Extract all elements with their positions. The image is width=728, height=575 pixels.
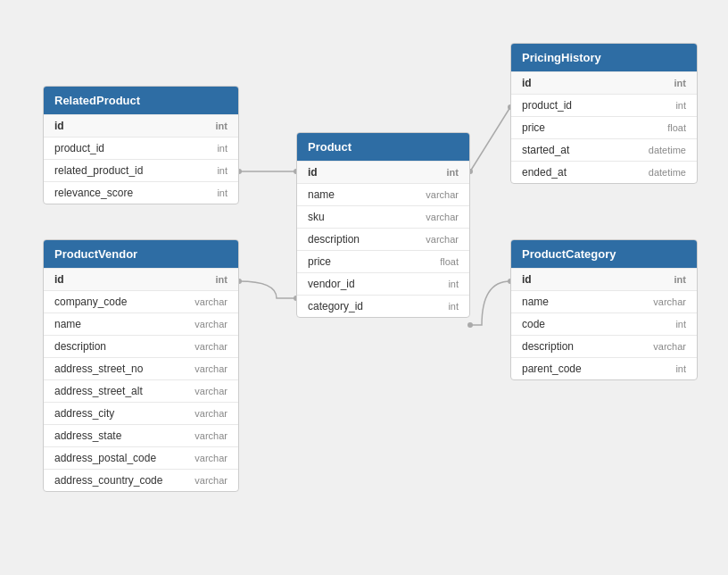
col-type: varchar	[194, 319, 228, 329]
table-row: name varchar	[511, 290, 697, 312]
table-row: address_state varchar	[44, 424, 238, 446]
col-name: address_street_alt	[54, 385, 143, 397]
col-type: int	[674, 78, 686, 88]
col-name: sku	[308, 211, 325, 223]
col-name: price	[308, 255, 331, 268]
table-row: price float	[297, 250, 469, 272]
col-type: int	[674, 274, 686, 285]
table-row: description varchar	[44, 335, 238, 357]
table-row: address_city varchar	[44, 402, 238, 424]
col-name: id	[54, 120, 64, 132]
col-type: int	[448, 279, 459, 289]
col-type: datetime	[649, 167, 686, 178]
table-row: address_street_no varchar	[44, 357, 238, 379]
col-name: price	[522, 121, 545, 134]
col-name: address_street_no	[54, 362, 143, 375]
col-name: relevance_score	[54, 187, 133, 199]
col-name: address_postal_code	[54, 452, 156, 464]
col-type: int	[217, 188, 228, 198]
table-row: category_id int	[297, 295, 469, 317]
table-row: sku varchar	[297, 205, 469, 228]
table-row: vendor_id int	[297, 272, 469, 295]
table-pricinghistory[interactable]: PricingHistory id int product_id int pri…	[510, 43, 698, 184]
table-row: address_postal_code varchar	[44, 446, 238, 469]
col-type: varchar	[194, 386, 228, 396]
col-type: float	[667, 122, 686, 133]
table-row: id int	[511, 71, 697, 94]
col-type: float	[440, 256, 459, 267]
table-product-header: Product	[297, 133, 469, 161]
table-row: product_id int	[511, 94, 697, 116]
col-type: int	[217, 165, 228, 176]
table-row: parent_code int	[511, 357, 697, 379]
col-name: id	[522, 273, 532, 286]
table-relatedproduct[interactable]: RelatedProduct id int product_id int rel…	[43, 86, 239, 204]
col-name: name	[54, 318, 81, 330]
col-name: description	[522, 340, 574, 353]
table-row: related_product_id int	[44, 159, 238, 181]
col-type: varchar	[194, 296, 228, 307]
col-name: product_id	[54, 142, 104, 154]
col-type: varchar	[194, 363, 228, 374]
table-row: description varchar	[511, 335, 697, 357]
col-type: varchar	[194, 408, 228, 419]
table-product[interactable]: Product id int name varchar sku varchar …	[296, 132, 470, 318]
col-name: category_id	[308, 300, 363, 312]
col-name: address_state	[54, 429, 121, 442]
table-row: id int	[297, 161, 469, 183]
col-type: int	[217, 143, 228, 154]
table-row: id int	[44, 268, 238, 290]
table-productvendor-header: ProductVendor	[44, 240, 238, 268]
col-name: id	[308, 166, 318, 179]
col-name: code	[522, 318, 545, 330]
col-type: varchar	[426, 212, 459, 222]
col-type: varchar	[426, 234, 459, 245]
table-row: id int	[44, 114, 238, 137]
diagram-canvas: RelatedProduct id int product_id int rel…	[0, 0, 728, 575]
col-name: product_id	[522, 99, 572, 112]
svg-line-5	[470, 107, 510, 171]
col-type: varchar	[194, 430, 228, 441]
col-type: int	[216, 121, 228, 131]
col-name: ended_at	[522, 166, 567, 179]
table-productcategory-header: ProductCategory	[511, 240, 697, 268]
svg-point-9	[467, 322, 473, 328]
table-productcategory[interactable]: ProductCategory id int name varchar code…	[510, 239, 698, 380]
col-name: name	[308, 188, 335, 201]
col-name: vendor_id	[308, 278, 355, 290]
table-row: ended_at datetime	[511, 161, 697, 183]
col-type: int	[448, 301, 459, 312]
col-name: parent_code	[522, 362, 582, 375]
col-name: id	[54, 273, 64, 286]
col-type: varchar	[426, 189, 459, 200]
col-name: address_city	[54, 407, 114, 420]
col-name: description	[308, 233, 360, 246]
col-type: varchar	[194, 341, 228, 352]
table-productvendor[interactable]: ProductVendor id int company_code varcha…	[43, 239, 239, 492]
col-name: description	[54, 340, 106, 353]
col-name: started_at	[522, 144, 569, 156]
col-type: int	[675, 319, 686, 329]
col-name: name	[522, 296, 549, 308]
table-row: started_at datetime	[511, 138, 697, 161]
col-name: company_code	[54, 296, 127, 308]
col-type: datetime	[649, 145, 686, 155]
table-row: product_id int	[44, 137, 238, 159]
table-row: name varchar	[297, 183, 469, 205]
table-row: address_street_alt varchar	[44, 379, 238, 402]
col-type: int	[675, 100, 686, 111]
table-row: id int	[511, 268, 697, 290]
table-pricinghistory-header: PricingHistory	[511, 44, 697, 71]
col-name: id	[522, 77, 532, 89]
col-type: int	[675, 363, 686, 374]
col-type: int	[216, 274, 228, 285]
col-type: varchar	[194, 453, 228, 463]
col-type: varchar	[194, 475, 228, 486]
table-row: address_country_code varchar	[44, 469, 238, 491]
table-relatedproduct-header: RelatedProduct	[44, 87, 238, 114]
col-type: varchar	[653, 341, 686, 352]
table-row: name varchar	[44, 312, 238, 335]
table-row: company_code varchar	[44, 290, 238, 312]
table-row: relevance_score int	[44, 181, 238, 204]
table-row: code int	[511, 312, 697, 335]
